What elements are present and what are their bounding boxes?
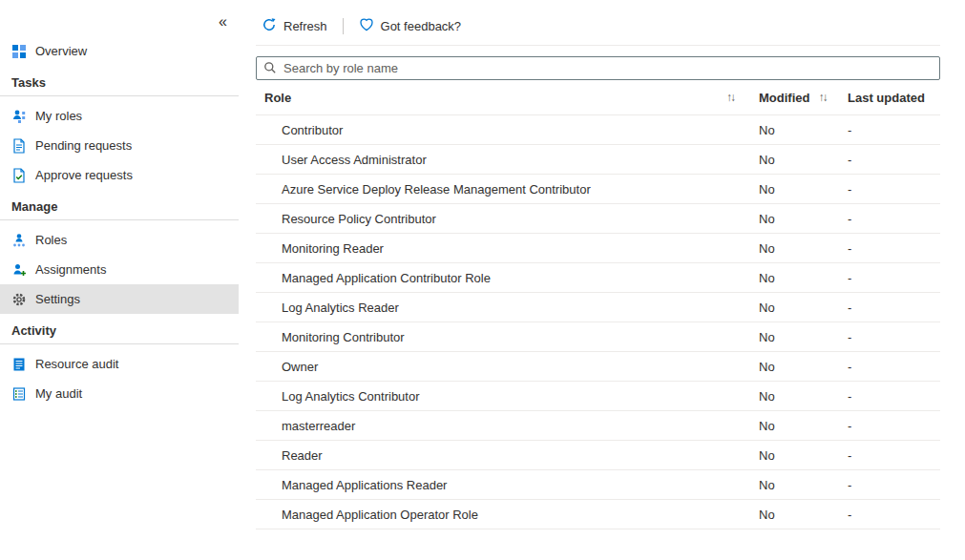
row-role: Managed Application Operator Role — [256, 508, 724, 522]
sidebar-section-activity: Activity — [0, 314, 239, 344]
search-container — [256, 56, 940, 80]
row-modified: No — [759, 360, 848, 374]
column-header-modified: Modified — [759, 91, 809, 105]
table-row[interactable]: masterreader No - — [256, 411, 940, 441]
table-row[interactable]: Resource Policy Contributor No - — [256, 204, 940, 234]
feedback-label: Got feedback? — [381, 19, 462, 33]
sidebar-item-label: My audit — [35, 386, 82, 401]
table-row[interactable]: Monitoring Contributor No - — [256, 322, 940, 352]
sidebar-item-my-audit[interactable]: My audit — [0, 379, 239, 408]
table-row[interactable]: Contributor No - — [256, 115, 940, 145]
row-updated: - — [848, 360, 940, 374]
row-updated: - — [848, 448, 940, 463]
row-role: Managed Applications Reader — [256, 478, 724, 492]
sidebar-item-approve-requests[interactable]: Approve requests — [0, 160, 239, 190]
row-modified: No — [759, 389, 848, 404]
row-role: Monitoring Contributor — [256, 330, 724, 344]
collapse-sidebar-icon[interactable]: « — [211, 11, 235, 32]
sidebar-item-label: Settings — [35, 292, 80, 306]
sidebar-section-tasks: Tasks — [0, 66, 239, 96]
audit-list-icon — [11, 386, 27, 402]
row-role: Contributor — [256, 123, 724, 137]
command-bar: Refresh Got feedback? — [256, 11, 940, 40]
sidebar: « Overview Tasks My roles Pending reques… — [0, 0, 239, 560]
sidebar-item-resource-audit[interactable]: Resource audit — [0, 349, 239, 379]
table-row[interactable]: Managed Application Operator Role No - — [256, 500, 940, 529]
role-sort-button[interactable]: ↑↓ — [724, 90, 759, 105]
sidebar-section-manage: Manage — [0, 190, 239, 220]
row-role: Azure Service Deploy Release Management … — [256, 182, 724, 197]
row-modified: No — [759, 123, 848, 137]
row-role: Monitoring Reader — [256, 241, 724, 256]
sidebar-item-label: Resource audit — [35, 357, 118, 371]
table-row[interactable]: Managed Applications Reader No - — [256, 470, 940, 500]
row-updated: - — [848, 123, 940, 137]
person-hierarchy-icon — [11, 109, 27, 124]
table-row[interactable]: Managed Application Contributor Role No … — [256, 263, 940, 293]
modified-sort-button[interactable]: ↑↓ — [816, 90, 828, 105]
table-row[interactable]: Azure Service Deploy Release Management … — [256, 175, 940, 204]
table-row[interactable]: Owner No - — [256, 352, 940, 382]
sidebar-item-label: Approve requests — [35, 168, 133, 182]
toolbar-separator — [343, 18, 344, 34]
row-updated: - — [848, 389, 940, 404]
table-row[interactable]: User Access Administrator No - — [256, 145, 940, 175]
toolbar-divider — [256, 45, 940, 46]
row-modified: No — [759, 153, 848, 167]
row-role: masterreader — [256, 419, 724, 433]
refresh-button[interactable]: Refresh — [256, 13, 333, 39]
table-row[interactable]: Monitoring Reader No - — [256, 234, 940, 263]
row-updated: - — [848, 212, 940, 226]
row-updated: - — [848, 153, 940, 167]
refresh-icon — [262, 17, 277, 35]
column-header-last-updated: Last updated — [848, 91, 940, 105]
main-content: Refresh Got feedback? Role ↑↓ Modified ↑… — [239, 0, 965, 560]
row-updated: - — [848, 419, 940, 433]
row-modified: No — [759, 478, 848, 492]
row-modified: No — [759, 419, 848, 433]
row-role: Owner — [256, 360, 724, 374]
search-icon — [263, 61, 277, 77]
row-modified: No — [759, 301, 848, 315]
row-updated: - — [848, 182, 940, 197]
log-list-icon — [11, 357, 27, 372]
sidebar-item-label: Assignments — [35, 262, 106, 277]
row-updated: - — [848, 301, 940, 315]
row-role: Managed Application Contributor Role — [256, 271, 724, 285]
table-row[interactable]: Reader No - — [256, 441, 940, 470]
sidebar-item-label: Pending requests — [35, 138, 132, 153]
row-modified: No — [759, 508, 848, 522]
sidebar-item-label: Roles — [35, 233, 67, 247]
row-modified: No — [759, 271, 848, 285]
row-updated: - — [848, 241, 940, 256]
row-updated: - — [848, 330, 940, 344]
column-header-role: Role — [256, 91, 724, 105]
row-role: Resource Policy Contributor — [256, 212, 724, 226]
table-row[interactable]: Log Analytics Contributor No - — [256, 382, 940, 411]
document-check-icon — [11, 168, 27, 183]
row-modified: No — [759, 241, 848, 256]
feedback-button[interactable]: Got feedback? — [353, 13, 468, 39]
sidebar-item-roles[interactable]: Roles — [0, 225, 239, 255]
search-input[interactable] — [256, 56, 940, 80]
sidebar-item-pending-requests[interactable]: Pending requests — [0, 131, 239, 160]
sidebar-item-settings[interactable]: Settings — [0, 284, 239, 314]
document-icon — [11, 138, 27, 154]
row-modified: No — [759, 212, 848, 226]
sidebar-item-my-roles[interactable]: My roles — [0, 101, 239, 131]
sidebar-item-assignments[interactable]: Assignments — [0, 255, 239, 284]
heart-icon — [359, 17, 374, 35]
sidebar-item-overview[interactable]: Overview — [0, 36, 239, 66]
row-role: Log Analytics Contributor — [256, 389, 724, 404]
table-body: Contributor No - User Access Administrat… — [256, 115, 940, 529]
refresh-label: Refresh — [283, 19, 327, 33]
row-updated: - — [848, 271, 940, 285]
table-row[interactable]: Log Analytics Reader No - — [256, 293, 940, 322]
row-modified: No — [759, 448, 848, 463]
table-header: Role ↑↓ Modified ↑↓ Last updated — [256, 80, 940, 115]
row-role: User Access Administrator — [256, 153, 724, 167]
sidebar-item-label: Overview — [35, 44, 87, 58]
gear-icon — [11, 292, 27, 307]
row-modified: No — [759, 182, 848, 197]
person-plus-icon — [11, 262, 27, 278]
